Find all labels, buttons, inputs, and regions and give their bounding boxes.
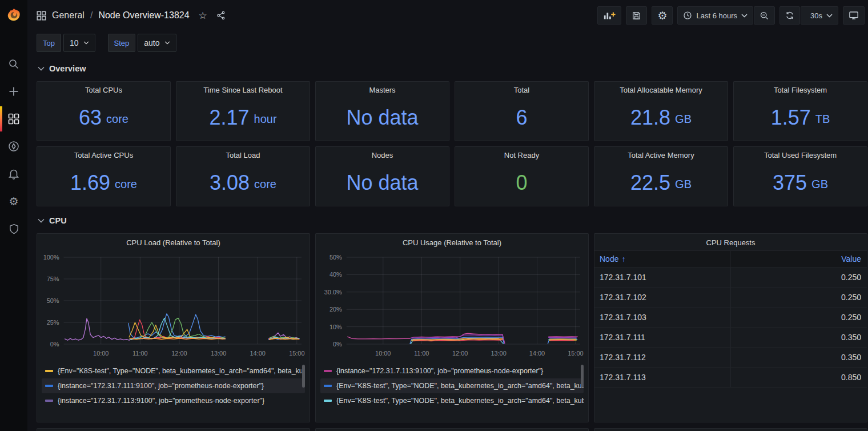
breadcrumb-separator: /: [90, 10, 93, 21]
panel-title-cpu-load[interactable]: CPU Load (Relative to Total): [37, 234, 310, 247]
stat-panel-title[interactable]: Total Active Memory: [594, 147, 728, 159]
stat-panel-title[interactable]: Not Ready: [455, 147, 588, 159]
chart-area: 0%10%20%30.0%40%50%10:0011:0012:0013:001…: [316, 247, 588, 359]
svg-text:75%: 75%: [47, 276, 59, 282]
chevron-down-icon: [826, 14, 833, 18]
cpu-usage-chart-canvas[interactable]: 0%10%20%30.0%40%50%10:0011:0012:0013:001…: [320, 247, 584, 359]
save-dashboard-button[interactable]: [626, 6, 647, 25]
svg-text:11:00: 11:00: [414, 350, 429, 357]
dashboard-settings-button[interactable]: ⚙: [652, 6, 673, 25]
breadcrumb-folder[interactable]: General: [52, 10, 85, 21]
stat-panel: Not Ready0: [455, 146, 589, 206]
sidebar-item-server-admin[interactable]: [0, 215, 27, 242]
stat-panel-title[interactable]: Time Since Last Reboot: [176, 82, 310, 94]
cycle-view-mode-button[interactable]: [843, 6, 865, 25]
legend-swatch: [324, 400, 332, 402]
legend-item[interactable]: {instance="172.31.7.111:9100", job="prom…: [42, 378, 305, 393]
sidebar-item-create[interactable]: [0, 78, 27, 105]
stat-value: 1.57TB: [734, 94, 867, 141]
stat-value-unit: core: [254, 178, 276, 191]
table-body: 172.31.7.1010.250172.31.7.1020.250172.31…: [594, 268, 867, 388]
navbar-actions: ⚙ Last 6 hours: [597, 6, 865, 25]
svg-text:25%: 25%: [47, 319, 59, 326]
time-range-picker[interactable]: Last 6 hours: [677, 6, 753, 25]
stats-grid: Total CPUs63coreTime Since Last Reboot2.…: [37, 81, 867, 206]
stat-panel-title[interactable]: Total Allocatable Memory: [594, 82, 728, 94]
stat-panel-title[interactable]: Total Load: [176, 147, 310, 159]
stat-value-number: No data: [346, 173, 418, 193]
stat-panel-title[interactable]: Total Filesystem: [734, 82, 867, 94]
panel-title-cpu-requests[interactable]: CPU Requests: [594, 234, 867, 247]
sidebar-item-explore[interactable]: [0, 133, 27, 160]
stat-panel-title[interactable]: Nodes: [316, 147, 449, 159]
svg-text:14:00: 14:00: [529, 350, 545, 357]
legend-item[interactable]: {instance="172.31.7.113:9100", job="prom…: [320, 364, 584, 378]
legend-item[interactable]: {Env="K8S-test", Type="NODE", beta_kuber…: [320, 393, 584, 408]
legend-item[interactable]: {Env="K8S-test", Type="NODE", beta_kuber…: [42, 364, 305, 378]
column-label-node: Node: [600, 254, 618, 264]
table-header-value[interactable]: Value: [731, 254, 867, 264]
table-cell-node: 172.31.7.101: [594, 268, 731, 287]
stat-value: 0: [455, 159, 588, 206]
refresh-group: 30s: [779, 6, 838, 25]
add-panel-button[interactable]: [597, 6, 621, 25]
sidebar-item-configuration[interactable]: ⚙: [0, 187, 27, 215]
legend-item[interactable]: {Env="K8S-test", Type="NODE", beta_kuber…: [320, 378, 584, 393]
row-header-overview[interactable]: Overview: [38, 63, 867, 74]
refresh-button[interactable]: [779, 6, 800, 25]
svg-text:14:00: 14:00: [250, 350, 266, 357]
svg-text:10:00: 10:00: [93, 350, 108, 357]
refresh-interval-picker[interactable]: 30s: [801, 6, 838, 25]
stat-panel-title[interactable]: Total: [455, 82, 588, 94]
sidebar-item-dashboards[interactable]: [0, 105, 27, 133]
zoom-out-button[interactable]: [754, 6, 775, 25]
stat-value: 375GB: [734, 159, 867, 206]
svg-text:10:00: 10:00: [375, 350, 391, 357]
grafana-logo[interactable]: [0, 0, 27, 30]
stat-panel: Total Used Filesystem375GB: [733, 146, 867, 206]
share-icon[interactable]: [216, 11, 226, 20]
svg-text:10%: 10%: [329, 324, 342, 330]
clipped-panel: [594, 428, 867, 431]
legend-item[interactable]: {instance="172.31.7.113:9100", job="prom…: [42, 393, 305, 408]
variable-dropdown-top[interactable]: 10: [63, 34, 95, 52]
time-range-label: Last 6 hours: [696, 11, 737, 20]
dashboard-title[interactable]: Node Overview-13824: [98, 10, 189, 21]
variable-dropdown-step[interactable]: auto: [138, 34, 176, 52]
legend-swatch: [324, 370, 332, 372]
top-navbar: General / Node Overview-13824 ☆ ⚙: [27, 0, 868, 31]
table-row: 172.31.7.1130.850: [594, 368, 867, 388]
stat-value-number: 1.69: [70, 173, 110, 193]
legend-scrollbar[interactable]: [581, 365, 584, 388]
stat-panel-title[interactable]: Total Used Filesystem: [734, 147, 867, 159]
stat-panel-title[interactable]: Masters: [316, 82, 449, 94]
clipped-panel: [315, 428, 589, 431]
stat-panel: Total Load3.08core: [176, 146, 310, 206]
stat-panel: Total Allocatable Memory21.8GB: [594, 81, 728, 141]
refresh-icon: [785, 11, 794, 20]
stat-value: 1.69core: [37, 159, 170, 206]
svg-text:13:00: 13:00: [491, 350, 506, 357]
legend: {Env="K8S-test", Type="NODE", beta_kuber…: [42, 364, 305, 413]
stat-value: 3.08core: [176, 159, 310, 206]
stat-panel-title[interactable]: Total Active CPUs: [37, 147, 170, 159]
stat-value: 21.8GB: [594, 94, 728, 141]
stat-value: 6: [455, 94, 588, 141]
row-header-cpu[interactable]: CPU: [38, 215, 867, 226]
legend-label: {Env="K8S-test", Type="NODE", beta_kuber…: [336, 382, 584, 390]
star-icon[interactable]: ☆: [199, 10, 207, 22]
panel-cpu-requests: CPU Requests Node ↑ Value 172.31.7.1010.…: [594, 233, 867, 422]
cpu-requests-table: Node ↑ Value 172.31.7.1010.250172.31.7.1…: [594, 250, 867, 388]
legend-scrollbar[interactable]: [302, 365, 305, 388]
stat-panel-title[interactable]: Total CPUs: [37, 82, 170, 94]
sidebar-item-alerting[interactable]: [0, 160, 27, 187]
cpu-load-chart-canvas[interactable]: 0%25%50%75%100%10:0011:0012:0013:0014:00…: [42, 247, 305, 359]
sidebar-item-search[interactable]: [0, 50, 27, 78]
sort-ascending-icon: ↑: [621, 254, 625, 264]
search-icon: [8, 58, 19, 70]
grafana-logo-icon: [6, 7, 22, 23]
table-cell-node: 172.31.7.111: [594, 328, 731, 347]
table-header-node[interactable]: Node ↑: [594, 251, 731, 267]
panel-title-cpu-usage[interactable]: CPU Usage (Relative to Total): [316, 234, 588, 247]
stat-value-number: 2.17: [209, 107, 249, 128]
